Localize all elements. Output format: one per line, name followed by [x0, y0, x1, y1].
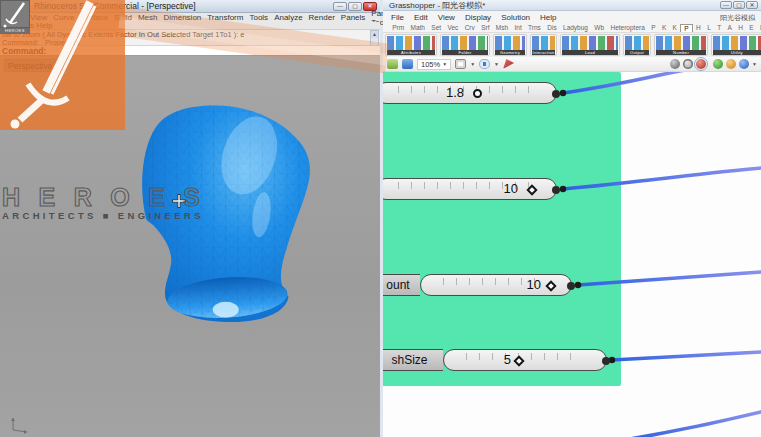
- tab-set[interactable]: Set: [428, 24, 444, 31]
- menu-view[interactable]: View: [438, 13, 455, 22]
- toolbar-icons[interactable]: [442, 36, 488, 44]
- number-slider-2[interactable]: 10: [383, 178, 557, 200]
- group-label: Number: [656, 50, 706, 55]
- sketch-pen-icon[interactable]: [503, 59, 514, 69]
- tab-ladybug[interactable]: Ladybug: [560, 24, 591, 31]
- toolbar-group-attributes[interactable]: Attributes: [385, 34, 437, 56]
- tab-dis[interactable]: Dis: [544, 24, 560, 31]
- menu-render[interactable]: Render: [309, 13, 335, 22]
- menu-display[interactable]: Display: [465, 13, 491, 22]
- slider-grip[interactable]: [545, 280, 556, 291]
- output-grip[interactable]: [567, 282, 575, 290]
- zoom-extents-icon[interactable]: [455, 59, 466, 69]
- minimize-button[interactable]: —: [333, 2, 347, 11]
- tab-a[interactable]: A: [724, 24, 735, 31]
- tab-k1[interactable]: K: [659, 24, 670, 31]
- scroll-up-icon[interactable]: ▲: [371, 31, 378, 38]
- slider-track[interactable]: 10: [420, 274, 572, 296]
- preview-eye-icon[interactable]: [479, 59, 490, 69]
- toolbar-icons[interactable]: [625, 36, 649, 44]
- tab-wb[interactable]: Wb: [591, 24, 607, 31]
- screenshot-root: Rhinoceros 5.0 Commercial - [Perspective…: [0, 0, 761, 437]
- maximize-button[interactable]: ▢: [733, 1, 745, 9]
- slider-name: ount: [383, 274, 420, 296]
- toolbar-icons[interactable]: [532, 36, 555, 44]
- close-button[interactable]: ✕: [746, 1, 758, 9]
- tab-math[interactable]: Math: [407, 24, 428, 31]
- toolbar-icons[interactable]: [713, 36, 761, 44]
- slider-value: 5: [504, 350, 511, 372]
- slider-track[interactable]: 5: [443, 349, 607, 371]
- no-preview-icon[interactable]: [696, 59, 706, 69]
- tab-r[interactable]: R: [757, 24, 761, 31]
- toolbar-icons[interactable]: [562, 36, 618, 44]
- tab-t[interactable]: T: [714, 24, 724, 31]
- menu-panels[interactable]: Panels: [341, 13, 365, 22]
- group-label: Attributes: [387, 50, 435, 55]
- output-grip[interactable]: [552, 90, 560, 98]
- tab-h2[interactable]: H: [735, 24, 746, 31]
- tab-trns[interactable]: Trns: [525, 24, 544, 31]
- blue-preview-icon[interactable]: [739, 59, 749, 69]
- toolbar-group-number[interactable]: Number: [654, 34, 708, 56]
- output-grip[interactable]: [602, 357, 610, 365]
- tab-p2-selected[interactable]: P: [680, 24, 693, 32]
- canvas-toolbar: 105% ▼ ▼ ▼ ▼: [383, 57, 761, 72]
- tab-p1[interactable]: P: [648, 24, 659, 31]
- slider-track[interactable]: 1.8: [383, 82, 557, 104]
- grasshopper-canvas[interactable]: 1.8 10 ount 10: [383, 72, 761, 437]
- tab-int[interactable]: Int: [511, 24, 525, 31]
- toolbar-group-geometry[interactable]: Geometry: [493, 34, 527, 56]
- menu-analyze[interactable]: Analyze: [274, 13, 302, 22]
- tab-l[interactable]: L: [704, 24, 714, 31]
- toolbar-group-output[interactable]: Output: [623, 34, 651, 56]
- group-label: Geometry: [495, 50, 525, 55]
- tab-msh[interactable]: Msh: [493, 24, 512, 31]
- tab-prm[interactable]: Prm: [389, 24, 407, 31]
- shaded-preview-icon[interactable]: [670, 59, 680, 69]
- menu-file[interactable]: File: [391, 13, 404, 22]
- toolbar-icons[interactable]: [495, 36, 525, 44]
- restore-button[interactable]: ▢: [348, 2, 362, 11]
- wire-bottom: [630, 412, 761, 437]
- group-panel-green[interactable]: [383, 72, 621, 386]
- minimize-button[interactable]: —: [720, 1, 732, 9]
- slider-grip[interactable]: [473, 89, 482, 98]
- grasshopper-menubar: File Edit View Display Solution Help: [383, 11, 761, 23]
- menu-tools[interactable]: Tools: [249, 13, 268, 22]
- wireframe-preview-icon[interactable]: [683, 59, 693, 69]
- menu-solution[interactable]: Solution: [501, 13, 530, 22]
- tab-crv[interactable]: Crv: [461, 24, 477, 31]
- menu-help[interactable]: Help: [540, 13, 556, 22]
- tab-e[interactable]: E: [746, 24, 757, 31]
- chevron-down-icon[interactable]: ▼: [752, 61, 757, 67]
- output-grip[interactable]: [552, 186, 560, 194]
- tab-vec[interactable]: Vec: [444, 24, 461, 31]
- chevron-down-icon[interactable]: ▼: [494, 61, 499, 67]
- zoom-level-control[interactable]: 105% ▼: [417, 59, 451, 70]
- number-slider-1[interactable]: 1.8: [383, 82, 557, 104]
- heroes-brand-text: HEROES: [2, 184, 202, 211]
- toolbar-icons[interactable]: [387, 36, 435, 44]
- toolbar-group-interaction[interactable]: Interaction: [530, 34, 557, 56]
- tab-heteroptera[interactable]: Heteroptera: [607, 24, 648, 31]
- slider-track[interactable]: 10: [383, 178, 557, 200]
- document-name-label: 阳光谷模拟: [720, 13, 755, 23]
- tab-srf[interactable]: Srf: [478, 24, 493, 31]
- tab-k2[interactable]: K: [669, 24, 680, 31]
- orange-preview-icon[interactable]: [726, 59, 736, 69]
- toolbar-icons[interactable]: [656, 36, 706, 44]
- number-slider-meshsize[interactable]: shSize 5: [383, 349, 607, 371]
- save-file-icon[interactable]: [402, 59, 413, 69]
- grasshopper-title: Grasshopper - 阳光谷模拟*: [389, 0, 485, 11]
- green-preview-icon[interactable]: [713, 59, 723, 69]
- number-slider-count[interactable]: ount 10: [383, 274, 572, 296]
- tab-h1[interactable]: H: [693, 24, 704, 31]
- grasshopper-titlebar[interactable]: Grasshopper - 阳光谷模拟* — ▢ ✕: [383, 0, 761, 11]
- chevron-down-icon[interactable]: ▼: [470, 61, 475, 67]
- toolbar-group-folder[interactable]: Folder: [440, 34, 490, 56]
- open-file-icon[interactable]: [387, 59, 398, 69]
- menu-edit[interactable]: Edit: [414, 13, 428, 22]
- toolbar-group-utility[interactable]: Utility: [711, 34, 761, 56]
- toolbar-group-load[interactable]: Load: [560, 34, 620, 56]
